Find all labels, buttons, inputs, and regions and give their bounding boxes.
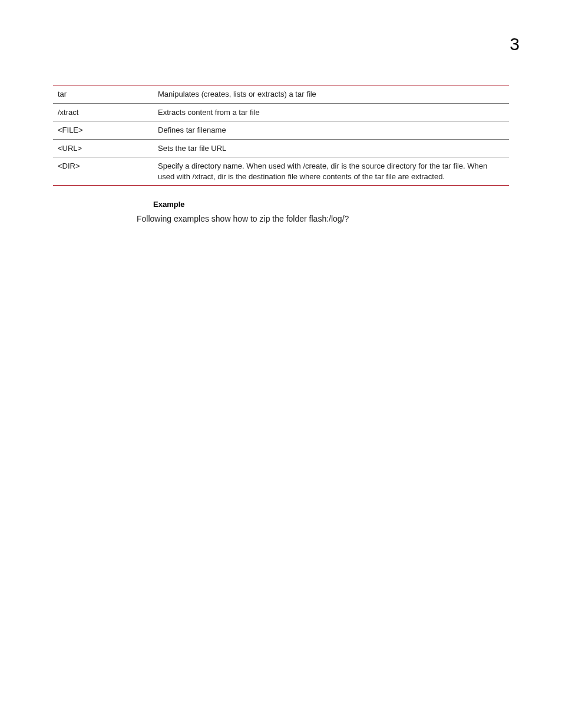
param-term: <URL> <box>53 139 153 157</box>
example-intro-text: Following examples show how to zip the f… <box>137 213 509 225</box>
param-term: tar <box>53 85 153 104</box>
page: 3 tar Manipulates (creates, lists or ext… <box>0 0 562 728</box>
example-heading: Example <box>153 200 509 209</box>
table-row: <FILE> Defines tar filename <box>53 121 509 140</box>
param-desc: Sets the tar file URL <box>153 139 509 157</box>
param-term: /xtract <box>53 103 153 121</box>
table-row: <DIR> Specify a directory name. When use… <box>53 157 509 186</box>
param-desc: Defines tar filename <box>153 121 509 140</box>
content-block: tar Manipulates (creates, lists or extra… <box>53 85 509 225</box>
chapter-number: 3 <box>510 34 520 54</box>
param-term: <DIR> <box>53 157 153 186</box>
param-term: <FILE> <box>53 121 153 140</box>
table-row: <URL> Sets the tar file URL <box>53 139 509 157</box>
param-desc: Extracts content from a tar file <box>153 103 509 121</box>
table-row: tar Manipulates (creates, lists or extra… <box>53 85 509 104</box>
table-row: /xtract Extracts content from a tar file <box>53 103 509 121</box>
param-desc: Manipulates (creates, lists or extracts)… <box>153 85 509 104</box>
parameter-table: tar Manipulates (creates, lists or extra… <box>53 85 509 186</box>
param-desc: Specify a directory name. When used with… <box>153 157 509 186</box>
